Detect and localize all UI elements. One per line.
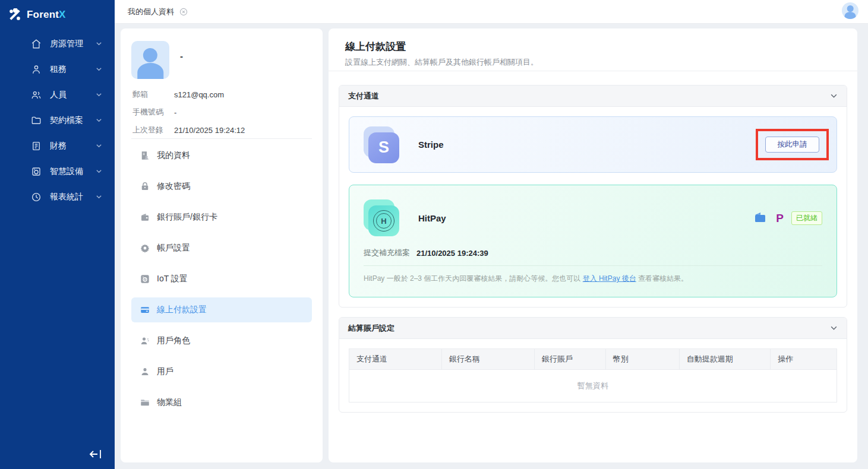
col-auto-withdraw-cycle: 自動提款週期 <box>679 349 771 370</box>
profile-menu-user-roles[interactable]: 用戶角色 <box>131 328 312 353</box>
submitted-value: 21/10/2025 19:24:39 <box>416 249 488 258</box>
settlement-account-section: 結算賬戶設定 支付通道 銀行名稱 銀行賬戶 幣別 自動提款週期 操作 <box>339 317 847 413</box>
payment-channels-header[interactable]: 支付通道 <box>339 85 847 107</box>
col-actions: 操作 <box>771 349 837 370</box>
col-bank-account: 銀行賬戶 <box>534 349 605 370</box>
hitpay-review-note: HitPay 一般於 2–3 個工作天內回覆審核結果，請耐心等候。您也可以 登入… <box>364 274 822 284</box>
brand-logo: ForentX <box>0 0 115 24</box>
page-subtitle: 設置線上支付網關、結算帳戶及其他銀行帳戶相關項目。 <box>345 57 841 68</box>
hitpay-status-icons: P 已就緒 <box>754 211 822 225</box>
chevron-down-icon <box>96 168 102 175</box>
profile-field-last-login: 上次登錄 21/10/2025 19:24:12 <box>132 121 311 139</box>
col-currency: 幣別 <box>605 349 679 370</box>
credit-card-icon <box>140 305 150 315</box>
stripe-gateway-card: S Stripe 按此申請 <box>349 116 837 173</box>
profile-name: - <box>180 51 183 61</box>
apply-stripe-button[interactable]: 按此申請 <box>765 137 819 153</box>
profile-field-email: 郵箱 s121@qq.com <box>132 85 311 103</box>
main-panel: 線上付款設置 設置線上支付網關、結算帳戶及其他銀行帳戶相關項目。 支付通道 S … <box>329 28 857 462</box>
sidebar-item-contracts[interactable]: 契約檔案 <box>0 107 115 133</box>
profile-fields: 郵箱 s121@qq.com 手機號碼 - 上次登錄 21/10/2025 19… <box>132 85 311 139</box>
person-icon <box>131 41 169 79</box>
collapse-arrow-icon <box>89 449 103 460</box>
profile-menu-my-info[interactable]: 我的資料 <box>131 143 312 168</box>
sidebar-item-personnel[interactable]: 人員 <box>0 82 115 107</box>
user-icon <box>140 366 150 377</box>
stripe-name: Stripe <box>418 140 444 150</box>
payment-channels-body: S Stripe 按此申請 H <box>339 107 847 307</box>
col-bank-name: 銀行名稱 <box>441 349 534 370</box>
profile-menu-iot-settings[interactable]: IoT 設置 <box>131 267 312 291</box>
hitpay-header-row: H HitPay P 已就緒 <box>364 185 822 236</box>
sidebar-item-properties[interactable]: 房源管理 <box>0 31 115 56</box>
profile-card: - 郵箱 s121@qq.com 手機號碼 - 上次登錄 21/10/2025 … <box>121 28 323 462</box>
profile-menu-property-group[interactable]: 物業組 <box>131 390 312 415</box>
avatar[interactable] <box>842 2 858 19</box>
red-highlight-annotation: 按此申請 <box>756 129 829 160</box>
user-role-icon <box>140 335 150 346</box>
sidebar-item-finance[interactable]: 財務 <box>0 133 115 159</box>
sidebar-item-reports[interactable]: 報表統計 <box>0 184 115 210</box>
status-badge: 已就緒 <box>791 211 822 225</box>
finance-icon <box>31 141 42 151</box>
col-payment-channel: 支付通道 <box>349 349 442 370</box>
profile-menu-account-settings[interactable]: 帳戶設置 <box>131 236 312 261</box>
profile-field-phone: 手機號碼 - <box>132 103 311 121</box>
table-header-row: 支付通道 銀行名稱 銀行賬戶 幣別 自動提款週期 操作 <box>349 349 837 370</box>
sidebar-menu: 房源管理 租務 人員 契約檔案 財務 智慧設備 <box>0 31 115 210</box>
tab-my-profile[interactable]: 我的個人資料 <box>128 7 188 17</box>
profile-menu-users[interactable]: 用戶 <box>131 359 312 384</box>
chevron-down-icon <box>96 66 102 72</box>
close-icon[interactable] <box>179 8 188 16</box>
chevron-down-icon[interactable] <box>830 324 838 332</box>
chevron-down-icon <box>96 194 102 200</box>
brand-name: ForentX <box>27 9 66 21</box>
page-header: 線上付款設置 設置線上支付網關、結算帳戶及其他銀行帳戶相關項目。 <box>329 28 857 71</box>
people-icon <box>31 90 42 100</box>
sidebar-item-tenancy[interactable]: 租務 <box>0 56 115 82</box>
hitpay-gateway-card: H HitPay P 已就緒 提交補充檔案 21/10/2025 19:24:3… <box>349 185 837 297</box>
iot-icon <box>140 274 150 284</box>
settlement-table: 支付通道 銀行名稱 銀行賬戶 幣別 自動提款週期 操作 暫無資料 <box>349 348 837 403</box>
wallet-icon <box>140 212 150 223</box>
payment-channels-section: 支付通道 S Stripe 按此申請 <box>339 85 847 308</box>
chevron-down-icon <box>96 117 102 123</box>
main-content: 支付通道 S Stripe 按此申請 <box>329 71 857 413</box>
sidebar-collapse-button[interactable] <box>89 449 103 460</box>
chevron-down-icon <box>96 91 102 98</box>
settlement-account-header[interactable]: 結算賬戶設定 <box>339 318 847 339</box>
lock-icon <box>140 181 150 192</box>
tenant-icon <box>31 64 42 75</box>
hitpay-name: HitPay <box>418 213 446 223</box>
page-title: 線上付款設置 <box>345 40 841 53</box>
person-icon <box>842 2 858 19</box>
paynow-icon: P <box>776 213 784 224</box>
report-icon <box>31 192 42 202</box>
profile-menu-online-payment[interactable]: 線上付款設置 <box>131 297 312 322</box>
device-icon <box>31 166 42 177</box>
sidebar-item-smart-devices[interactable]: 智慧設備 <box>0 159 115 184</box>
brand-x-icon <box>8 8 21 21</box>
hitpay-submitted-row: 提交補充檔案 21/10/2025 19:24:39 <box>364 248 822 258</box>
profile-menu-bank-account[interactable]: 銀行賬戶/銀行卡 <box>131 205 312 230</box>
hitpay-backend-link[interactable]: 登入 HitPay 後台 <box>583 274 636 283</box>
chevron-down-icon <box>96 142 102 149</box>
empty-state-text: 暫無資料 <box>349 370 837 403</box>
profile-menu-change-password[interactable]: 修改密碼 <box>131 174 312 199</box>
divider <box>364 265 822 266</box>
submitted-label: 提交補充檔案 <box>364 248 416 258</box>
property-group-icon <box>140 397 150 408</box>
settlement-account-body: 支付通道 銀行名稱 銀行賬戶 幣別 自動提款週期 操作 暫無資料 <box>339 339 847 412</box>
stripe-icon: S <box>364 126 400 163</box>
hitpay-icon: H <box>364 199 400 236</box>
home-icon <box>31 39 42 49</box>
profile-avatar <box>131 41 169 79</box>
sidebar: ForentX 房源管理 租務 人員 契約檔案 財務 <box>0 0 115 469</box>
chevron-down-icon <box>96 40 102 47</box>
wallet-pay-icon <box>754 212 768 224</box>
topbar: 我的個人資料 <box>115 0 868 24</box>
chevron-down-icon[interactable] <box>830 92 838 100</box>
gear-icon <box>140 243 150 253</box>
id-card-icon <box>140 150 150 161</box>
folder-icon <box>31 115 42 126</box>
